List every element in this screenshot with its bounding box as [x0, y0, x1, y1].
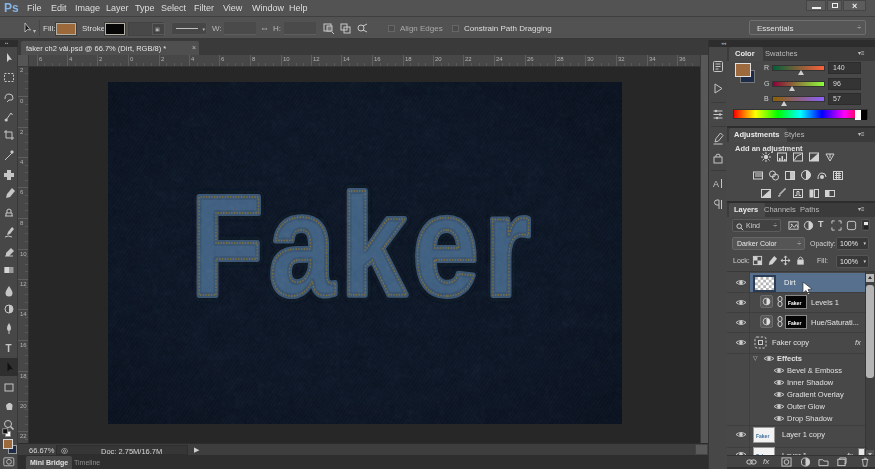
svg-text:A: A: [713, 179, 719, 189]
svg-text:T: T: [6, 343, 12, 354]
